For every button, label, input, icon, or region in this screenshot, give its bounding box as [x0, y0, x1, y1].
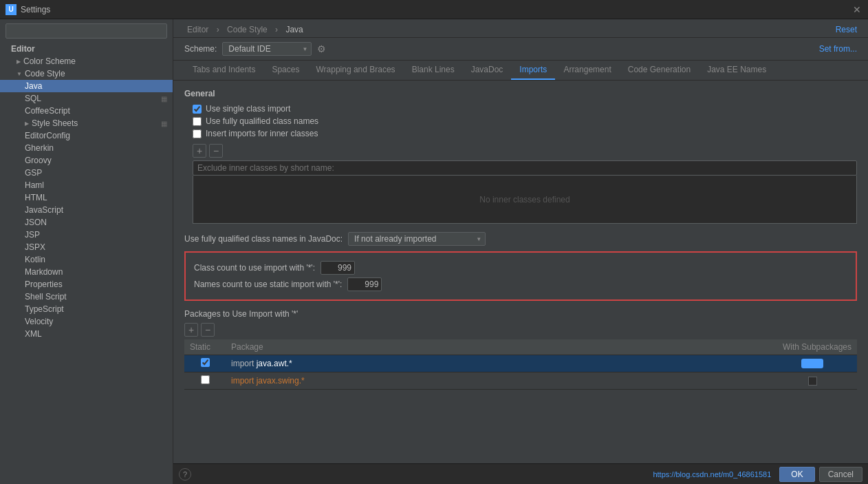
fully-qualified-checkbox[interactable]	[193, 117, 202, 126]
sidebar-item-jsp[interactable]: JSP	[0, 229, 173, 241]
sidebar-item-xml[interactable]: XML	[0, 328, 173, 340]
remove-exclude-button[interactable]: −	[209, 144, 223, 158]
set-from-link[interactable]: Set from...	[819, 44, 857, 54]
sidebar-item-markdown[interactable]: Markdown	[0, 266, 173, 278]
sidebar-item-label: JSON	[25, 218, 47, 227]
tab-tabs-indents[interactable]: Tabs and Indents	[184, 61, 263, 80]
sidebar-item-label: Groovy	[25, 156, 52, 165]
javadoc-select-wrapper: If not already imported	[348, 232, 486, 246]
sidebar-item-haml[interactable]: Haml	[0, 179, 173, 191]
tab-imports[interactable]: Imports	[511, 61, 555, 80]
ok-button[interactable]: OK	[779, 467, 814, 482]
sidebar-item-gsp[interactable]: GSP	[0, 167, 173, 179]
tab-wrapping-braces[interactable]: Wrapping and Braces	[307, 61, 403, 80]
sidebar-item-label: SQL	[25, 94, 41, 103]
package-name-1: java.awt.*	[257, 359, 292, 368]
sidebar-item-label: Color Scheme	[23, 56, 76, 66]
sidebar-item-color-scheme[interactable]: Color Scheme	[0, 55, 173, 67]
sidebar-item-label: Gherkin	[25, 143, 54, 153]
names-count-label: Names count to use static import with '*…	[194, 280, 342, 289]
url-display: https://blog.csdn.net/m0_46861581	[653, 470, 771, 478]
style-sheets-badge: ▦	[161, 120, 167, 127]
sidebar-item-label: Java	[25, 81, 42, 91]
general-section-title: General	[184, 89, 857, 98]
sidebar-item-gherkin[interactable]: Gherkin	[0, 142, 173, 154]
sidebar-item-jspx[interactable]: JSPX	[0, 241, 173, 253]
breadcrumb-java: Java	[285, 25, 303, 34]
exclude-section: + − No inner classes defined	[193, 144, 857, 224]
sidebar-item-label: JSP	[25, 230, 40, 240]
content-area: Editor › Code Style › Java Reset Scheme:…	[173, 19, 868, 484]
package-name-2: javax.swing.*	[257, 376, 305, 386]
scheme-label: Scheme:	[184, 44, 217, 54]
sidebar-item-java[interactable]: Java	[0, 80, 173, 92]
javadoc-select[interactable]: If not already imported	[348, 232, 486, 246]
sidebar-item-html[interactable]: HTML	[0, 191, 173, 204]
static-checkbox-2[interactable]	[201, 375, 210, 384]
sidebar-item-shell-script[interactable]: Shell Script	[0, 291, 173, 303]
fully-qualified-label: Use fully qualified class names	[206, 116, 318, 126]
add-package-button[interactable]: +	[184, 323, 198, 337]
no-inner-classes-text: No inner classes defined	[479, 195, 569, 204]
subpackages-toggle-1[interactable]	[801, 359, 823, 368]
subpackages-toggle-2[interactable]	[808, 377, 817, 386]
tab-java-ee-names[interactable]: Java EE Names	[699, 61, 774, 80]
tab-spaces[interactable]: Spaces	[263, 61, 307, 80]
sidebar-item-label: Style Sheets	[32, 118, 78, 128]
tab-blank-lines[interactable]: Blank Lines	[404, 61, 463, 80]
bottom-actions: OK Cancel	[779, 467, 862, 482]
sidebar-item-code-style[interactable]: Code Style	[0, 67, 173, 80]
search-input[interactable]	[6, 23, 167, 39]
sidebar-item-editorconfig[interactable]: EditorConfig	[0, 129, 173, 142]
sidebar-item-label: EditorConfig	[25, 131, 70, 140]
class-count-input[interactable]	[321, 261, 355, 275]
table-row[interactable]: import javax.swing.*	[184, 372, 857, 390]
add-exclude-button[interactable]: +	[193, 144, 206, 158]
sidebar-item-sql[interactable]: SQL ▦	[0, 92, 173, 105]
import-keyword-2: import	[231, 376, 254, 386]
window-title: Settings	[21, 5, 853, 14]
static-cell-1	[184, 355, 226, 372]
sidebar-item-label: Kotlin	[25, 255, 45, 264]
tab-arrangement[interactable]: Arrangement	[555, 61, 619, 80]
content-header: Editor › Code Style › Java Reset	[173, 19, 868, 38]
packages-table: Static Package With Subpackages import j…	[184, 339, 857, 390]
scheme-select[interactable]: Default IDE	[222, 42, 312, 56]
cancel-button[interactable]: Cancel	[819, 467, 862, 482]
help-button[interactable]: ?	[179, 468, 191, 481]
subpkg-cell-1	[768, 355, 857, 372]
sidebar-item-velocity[interactable]: Velocity	[0, 315, 173, 328]
sidebar-item-typescript[interactable]: TypeScript	[0, 303, 173, 315]
tab-code-generation[interactable]: Code Generation	[620, 61, 699, 80]
sidebar-item-properties[interactable]: Properties	[0, 278, 173, 291]
sidebar-item-label: JSPX	[25, 242, 45, 252]
sidebar-item-label: HTML	[25, 193, 47, 202]
exclude-input[interactable]	[193, 160, 857, 176]
sidebar-item-groovy[interactable]: Groovy	[0, 154, 173, 167]
subpkg-cell-2	[768, 372, 857, 390]
static-checkbox-1[interactable]	[201, 358, 210, 367]
sidebar-item-label: Code Style	[25, 69, 65, 78]
sidebar-item-json[interactable]: JSON	[0, 216, 173, 229]
scheme-select-wrapper: Default IDE	[222, 42, 312, 56]
remove-package-button[interactable]: −	[201, 323, 215, 337]
sidebar-item-label: Shell Script	[25, 292, 67, 302]
sidebar-item-javascript[interactable]: JavaScript	[0, 204, 173, 216]
sql-badge: ▦	[161, 95, 167, 103]
sidebar-item-kotlin[interactable]: Kotlin	[0, 253, 173, 266]
insert-inner-checkbox[interactable]	[193, 129, 202, 138]
reset-button[interactable]: Reset	[836, 25, 857, 34]
sidebar-item-label: Velocity	[25, 317, 53, 326]
names-count-input[interactable]	[347, 277, 382, 291]
single-class-import-label: Use single class import	[206, 104, 290, 114]
sidebar-item-style-sheets[interactable]: Style Sheets ▦	[0, 117, 173, 129]
sidebar-item-coffeescript[interactable]: CoffeeScript	[0, 105, 173, 117]
tabs-row: Tabs and Indents Spaces Wrapping and Bra…	[173, 61, 868, 81]
close-button[interactable]: ✕	[853, 5, 862, 14]
table-row[interactable]: import java.awt.*	[184, 355, 857, 372]
sidebar-item-label: Properties	[25, 280, 63, 289]
gear-button[interactable]: ⚙	[317, 43, 326, 54]
tab-javadoc[interactable]: JavaDoc	[463, 61, 512, 80]
app-icon: U	[6, 4, 17, 15]
single-class-import-checkbox[interactable]	[193, 105, 202, 114]
